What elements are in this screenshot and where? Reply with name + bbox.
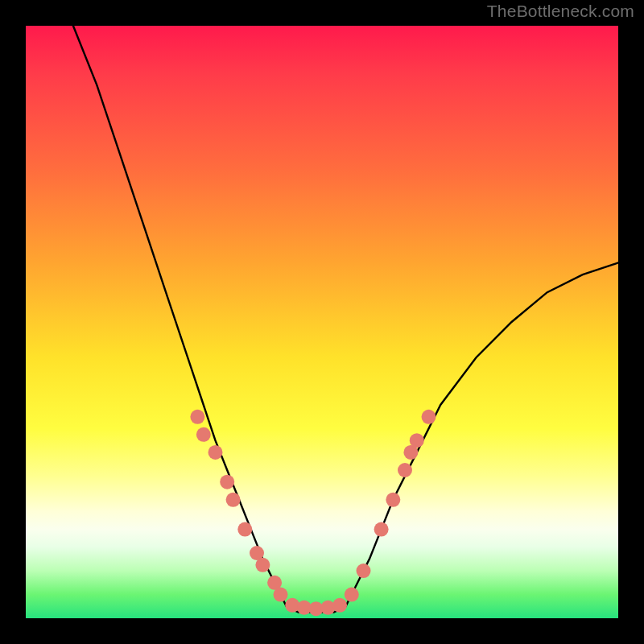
marker-dot [274, 588, 288, 602]
marker-dot [357, 564, 371, 578]
marker-dots [190, 410, 436, 616]
marker-dot [422, 410, 436, 424]
marker-dot [410, 433, 424, 448]
marker-dot [208, 445, 223, 460]
curve-layer [26, 26, 618, 618]
marker-dot [226, 493, 241, 507]
marker-dot [255, 558, 270, 572]
marker-dot [196, 427, 211, 442]
marker-dot [332, 598, 347, 613]
marker-dot [386, 493, 400, 507]
bottleneck-curve [73, 26, 618, 613]
marker-dot [345, 588, 359, 602]
chart-frame: TheBottleneck.com [0, 0, 644, 644]
marker-dot [374, 522, 389, 537]
plot-area [26, 26, 618, 618]
marker-dot [190, 410, 204, 424]
v-curve [73, 26, 618, 613]
marker-dot [237, 522, 252, 537]
watermark-text: TheBottleneck.com [487, 2, 634, 21]
marker-dot [398, 463, 412, 477]
marker-dot [220, 475, 234, 489]
